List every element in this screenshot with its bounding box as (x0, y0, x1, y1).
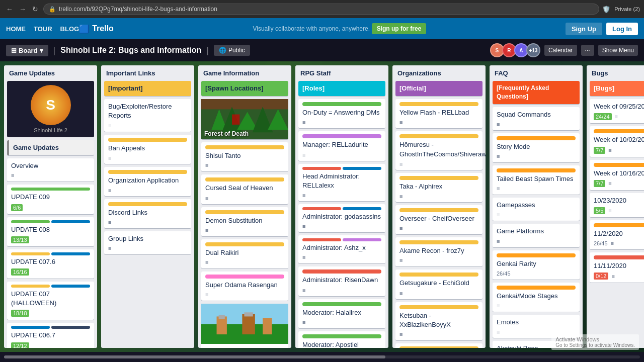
card-taka[interactable]: Taka - Alphirex ≡ (395, 173, 482, 202)
scroll-track (4, 355, 640, 358)
card-homuresu[interactable]: Hōmuresu - GhostInTheCosmos/Shiveraway ≡ (395, 131, 482, 169)
lines-icon: ≡ (611, 240, 614, 246)
board-header-right: S R A +13 Calendar ··· Show Menu (492, 43, 638, 57)
card-roles-header[interactable]: [Roles] (298, 81, 385, 96)
card-ketsuban[interactable]: Ketsuban - XxBlazikenBoyyX ≡ (395, 302, 482, 340)
card-admin-god[interactable]: Administrator: godasassins ≡ (298, 204, 385, 232)
signup-button[interactable]: Sign Up (566, 23, 602, 35)
lines-icon: ≡ (399, 119, 403, 125)
card-title: Discord Links (108, 208, 187, 217)
card-manager[interactable]: Manager: RELLadurite ≡ (298, 131, 385, 160)
board-menu-button[interactable]: ⊞ Board ▾ (6, 45, 48, 56)
card-update-007-6[interactable]: UPDATE 007.6 16/16 (7, 249, 94, 279)
card-spawn-locations[interactable]: [Spawn Locations] (201, 81, 288, 96)
card-overview[interactable]: Overview ≡ (7, 158, 94, 182)
back-button[interactable]: ← (4, 4, 15, 14)
card-discord-links[interactable]: Discord Links ≡ (104, 199, 191, 228)
lines-icon: ≡ (205, 292, 208, 298)
card-title: [Spawn Locations] (205, 84, 284, 93)
login-button[interactable]: Log In (606, 23, 638, 35)
card-story-mode[interactable]: Story Mode ≡ (493, 133, 580, 162)
card-org-application[interactable]: Organization Application ≡ (104, 167, 191, 196)
card-akame-recon[interactable]: Akame Recon - froz7y ≡ (395, 237, 482, 266)
card-mod-apostiel[interactable]: Moderator: Apostiel ≡ (298, 331, 385, 348)
card-admin-riser[interactable]: Administrator: RisenDawn ≡ (298, 266, 385, 296)
card-cursed-seal[interactable]: Cursed Seal of Heaven ≡ (201, 174, 288, 204)
tagline-cta-button[interactable]: Sign up for free (372, 23, 427, 34)
forward-button[interactable]: → (17, 4, 28, 14)
card-important-header[interactable]: [Important] (104, 81, 191, 96)
card-label (399, 240, 478, 244)
card-dual-raikiri[interactable]: Dual Raikiri ≡ (201, 239, 288, 268)
card-gamepasses[interactable]: Gamepasses ≡ (493, 198, 580, 221)
more-button[interactable]: ··· (581, 45, 594, 56)
card-bug-exploiter[interactable]: Bug/Exploiter/Restore Reports ≡ (104, 99, 191, 131)
card-forest-of-death[interactable]: Forest of Death (201, 99, 288, 139)
card-footer: 12/12 (11, 342, 90, 348)
avatar-list: S R A +13 (492, 43, 540, 57)
board-scrollbar[interactable] (0, 352, 644, 362)
card-getsugakure[interactable]: Getsugakure - EchiGold ≡ (395, 269, 482, 299)
refresh-button[interactable]: ↻ (30, 4, 40, 14)
card-tailed-beast[interactable]: Tailed Beast Spawn Times ≡ (493, 165, 580, 195)
card-update-006-7[interactable]: UPDATE 006.7 12/12 (7, 323, 94, 348)
card-lines-icon: ≡ (11, 172, 14, 178)
column-game-information: Game Information [Spawn Locations] Fores… (198, 65, 291, 348)
card-admin-ashz[interactable]: Administrator: Ashz_x ≡ (298, 235, 385, 263)
calendar-button[interactable]: Calendar (544, 45, 577, 56)
browser-actions: 🛡️ Private (2) (602, 6, 640, 13)
card-bugs-header[interactable]: [Bugs] (590, 81, 644, 96)
column-header: Important Links (101, 65, 194, 81)
card-game-updates-header[interactable]: Game Updates (7, 140, 94, 155)
card-group-links[interactable]: Group Links ≡ (104, 231, 191, 254)
card-update-008[interactable]: UPDATE 008 13/13 (7, 217, 94, 246)
card-footer: ≡ (205, 162, 284, 168)
card-game-platforms[interactable]: Game Platforms ≡ (493, 224, 580, 247)
card-leaf-village[interactable]: Leaf Village (201, 304, 288, 348)
card-otogakure[interactable]: Otogakure - MikRequiem ≡ (395, 343, 482, 348)
nav-home[interactable]: HOME (6, 25, 26, 33)
leaf-village-image (201, 304, 288, 344)
card-update-009[interactable]: UPDATE 009 6/6 (7, 185, 94, 214)
globe-icon: 🌐 (219, 47, 226, 54)
card-date-11022020[interactable]: 11/2/2020 26/45 ≡ (590, 220, 644, 249)
card-genkai-mode-stages[interactable]: Genkai/Mode Stages ≡ (493, 283, 580, 312)
card-mod-halalirex[interactable]: Moderator: Halalirex ≡ (298, 299, 385, 328)
activate-windows-subtitle: Go to Settings to activate Windows. (555, 342, 635, 348)
card-head-admin[interactable]: Head Administrator: RELLalexx ≡ (298, 164, 385, 201)
card-week-10022020[interactable]: Week of 10/02/2020 7/7 ≡ (590, 126, 644, 156)
card-demon-substitution[interactable]: Demon Substitution ≡ (201, 207, 288, 236)
card-overseer[interactable]: Overseer - CheifOverseer ≡ (395, 205, 482, 234)
visibility-button[interactable]: 🌐 Public (214, 45, 250, 56)
card-footer: ≡ (497, 121, 576, 127)
card-yellow-flash[interactable]: Yellow Flash - RELLbad ≡ (395, 99, 482, 128)
card-title: [Frequently Asked Questions] (497, 84, 576, 101)
nav-blog[interactable]: BLOG (60, 25, 79, 33)
column-header: FAQ (490, 65, 583, 81)
card-title: Hōmuresu - GhostInTheCosmos/Shiveraway (399, 140, 478, 158)
card-footer: ≡ (108, 155, 187, 161)
card-official-header[interactable]: [Official] (395, 81, 482, 96)
card-faq-header[interactable]: [Frequently Asked Questions] (493, 81, 580, 104)
card-title: Overview (11, 161, 90, 170)
card-super-odama[interactable]: Super Odama Rasengan ≡ (201, 272, 288, 301)
address-bar[interactable]: 🔒 trello.com/b/92QPg7mq/shinobi-life-2-b… (43, 4, 599, 15)
column-cards: [Bugs] Week of 09/25/2020 24/24 ≡ Week o… (587, 81, 644, 348)
card-ban-appeals[interactable]: Ban Appeals ≡ (104, 135, 191, 164)
card-date-10232020[interactable]: 10/23/2020 5/5 ≡ (590, 193, 644, 217)
card-footer: ≡ (399, 257, 478, 263)
shinobi-logo-card[interactable]: S Shinobi Life 2 (7, 81, 94, 137)
card-title: Week of 10/16/2020 (594, 169, 644, 178)
card-shisui-tanto[interactable]: Shisui Tanto ≡ (201, 142, 288, 171)
show-menu-button[interactable]: Show Menu (598, 45, 638, 56)
card-on-duty[interactable]: On-Duty = Answering DMs ≡ (298, 99, 385, 128)
card-date-11112020[interactable]: 11/11/2020 0/12 ≡ (590, 252, 644, 283)
card-week-10162020[interactable]: Week of 10/16/2020 7/7 ≡ (590, 160, 644, 190)
nav-tour[interactable]: TOUR (34, 25, 52, 33)
card-week-09252020[interactable]: Week of 09/25/2020 24/24 ≡ (590, 99, 644, 123)
separator2: | (206, 45, 209, 56)
card-genkai-rarity[interactable]: Genkai Rarity 26/45 (493, 250, 580, 280)
board-label: Board (19, 47, 38, 54)
card-squad-commands[interactable]: Squad Commands ≡ (493, 107, 580, 130)
card-update-007-halloween[interactable]: UPDATE 007 (HALLOWEEN) 18/18 (7, 282, 94, 320)
